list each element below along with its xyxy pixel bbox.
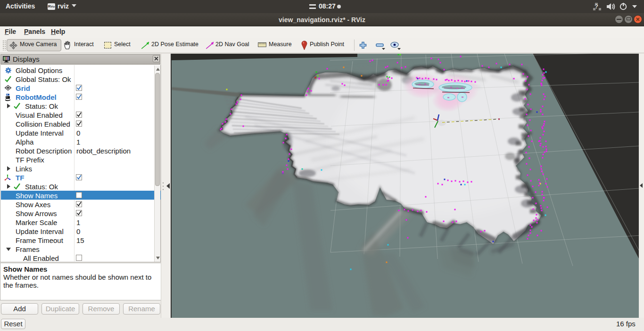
svg-text:?: ? bbox=[594, 3, 598, 10]
